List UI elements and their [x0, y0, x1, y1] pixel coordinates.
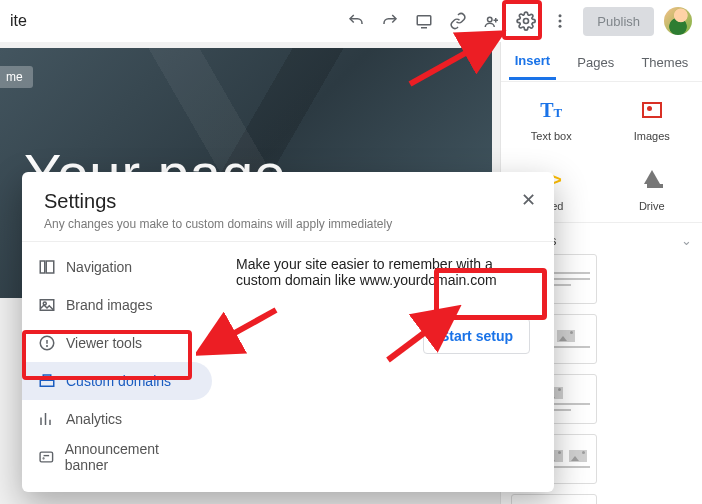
textbox-label: Text box — [521, 130, 581, 142]
share-icon[interactable] — [475, 4, 509, 38]
home-chip[interactable]: me — [0, 66, 33, 88]
close-icon[interactable]: ✕ — [514, 186, 542, 214]
collapse-icon[interactable]: ⌄ — [681, 233, 692, 248]
nav-announcement[interactable]: Announcement banner — [22, 438, 212, 476]
svg-point-4 — [559, 20, 562, 23]
svg-rect-0 — [418, 16, 432, 25]
nav-navigation-label: Navigation — [66, 259, 132, 275]
nav-custom-domains[interactable]: Custom domains — [22, 362, 212, 400]
images-icon — [642, 102, 662, 118]
nav-viewer-tools[interactable]: Viewer tools — [22, 324, 212, 362]
textbox-icon: TT — [540, 99, 562, 122]
svg-rect-13 — [40, 452, 53, 462]
images-label: Images — [622, 130, 682, 142]
start-setup-button[interactable]: Start setup — [423, 318, 530, 354]
tab-themes[interactable]: Themes — [635, 45, 694, 79]
nav-brand-images-label: Brand images — [66, 297, 152, 313]
modal-title: Settings — [44, 190, 532, 213]
drive-icon — [641, 170, 663, 190]
layout-thumb[interactable] — [511, 494, 597, 504]
top-toolbar: ite Publish — [0, 0, 702, 42]
settings-modal: ✕ Settings Any changes you make to custo… — [22, 172, 554, 492]
svg-rect-6 — [40, 261, 45, 273]
svg-point-3 — [559, 14, 562, 17]
side-tabs: Insert Pages Themes — [501, 42, 702, 82]
nav-brand-images[interactable]: Brand images — [22, 286, 212, 324]
nav-announcement-label: Announcement banner — [65, 441, 196, 473]
svg-point-2 — [524, 19, 529, 24]
svg-point-14 — [43, 458, 44, 459]
svg-point-1 — [488, 17, 493, 22]
svg-point-11 — [47, 346, 48, 347]
account-avatar[interactable] — [664, 7, 692, 35]
modal-subtitle: Any changes you make to custom domains w… — [44, 217, 532, 231]
settings-gear-icon[interactable] — [509, 4, 543, 38]
more-icon[interactable] — [543, 4, 577, 38]
svg-point-5 — [559, 25, 562, 28]
svg-rect-12 — [40, 377, 54, 386]
site-name: ite — [10, 12, 27, 30]
nav-navigation[interactable]: Navigation — [22, 248, 212, 286]
quick-insert-row: TT Text box Images — [501, 82, 702, 152]
nav-viewer-tools-label: Viewer tools — [66, 335, 142, 351]
settings-nav: Navigation Brand images Viewer tools Cus… — [22, 242, 212, 487]
publish-button[interactable]: Publish — [583, 7, 654, 36]
custom-domain-description: Make your site easier to remember with a… — [236, 256, 530, 288]
insert-images[interactable]: Images — [622, 96, 682, 142]
undo-icon[interactable] — [339, 4, 373, 38]
nav-analytics[interactable]: Analytics — [22, 400, 212, 438]
insert-textbox[interactable]: TT Text box — [521, 96, 581, 142]
redo-icon[interactable] — [373, 4, 407, 38]
drive-label: Drive — [622, 200, 682, 212]
settings-content: Make your site easier to remember with a… — [212, 242, 554, 487]
svg-rect-7 — [46, 261, 54, 273]
link-icon[interactable] — [441, 4, 475, 38]
nav-custom-domains-label: Custom domains — [66, 373, 171, 389]
insert-drive[interactable]: Drive — [622, 166, 682, 212]
preview-icon[interactable] — [407, 4, 441, 38]
nav-analytics-label: Analytics — [66, 411, 122, 427]
tab-pages[interactable]: Pages — [571, 45, 620, 79]
tab-insert[interactable]: Insert — [509, 43, 556, 80]
